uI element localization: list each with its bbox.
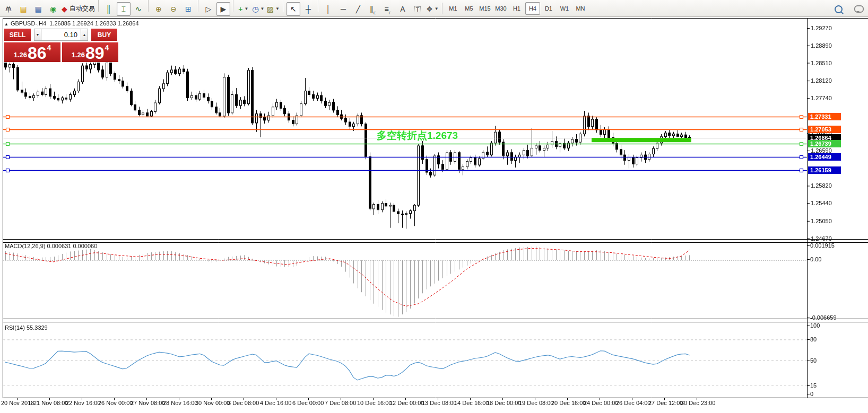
time-axis-label: 4 Dec 16:00 <box>260 400 291 406</box>
price-level-badge: 1.26739 <box>808 140 841 147</box>
buy-button[interactable]: BUY <box>91 29 117 41</box>
timeframe-button-m5[interactable]: M5 <box>462 2 476 15</box>
price-level-badge: 1.26449 <box>808 153 841 161</box>
price-axis-tick-label: 1.25440 <box>811 200 832 206</box>
price-level-badge: 1.27053 <box>808 126 841 133</box>
rsi-label: RSI(14) 55.3329 <box>5 324 48 331</box>
rsi-axis-label: 80 <box>810 336 817 342</box>
fibonacci-icon[interactable]: ≡F <box>381 2 395 16</box>
autotrading-button[interactable]: ◆自动交易 <box>61 2 96 16</box>
indicators-icon[interactable]: +▼ <box>237 2 250 16</box>
price-axis-tick-label: 1.29270 <box>811 25 832 31</box>
time-axis-label: 7 Dec 08:00 <box>325 400 356 406</box>
equidistant-channel-icon[interactable]: ∥E <box>366 2 380 16</box>
collapse-arrow-icon[interactable]: ▲ <box>4 22 8 27</box>
time-axis-label: 21 Nov 08:00 <box>33 400 68 406</box>
timeframe-button-h4[interactable]: H4 <box>525 2 540 15</box>
time-axis-label: 20 Dec 16:00 <box>551 400 586 406</box>
text-label-icon[interactable]: T <box>411 3 424 16</box>
timeframe-button-mn[interactable]: MN <box>573 2 588 15</box>
templates-icon[interactable]: ▨▼ <box>266 2 280 16</box>
sell-price-prefix: 1.26 <box>14 51 27 59</box>
price-axis-tick-label: 1.25820 <box>811 182 832 189</box>
rsi-axis-label: 50 <box>810 357 817 364</box>
chart-shift-icon[interactable]: ▶ <box>216 2 230 16</box>
pane-separator-rsi[interactable] <box>0 319 868 322</box>
line-chart-icon[interactable]: ∿ <box>132 2 145 16</box>
time-axis-label: 28 Nov 16:00 <box>163 400 197 406</box>
timeframe-button-m30[interactable]: M30 <box>493 2 508 15</box>
time-axis-label: 30 Nov 00:00 <box>195 400 230 406</box>
volume-up-stepper[interactable]: ▲ <box>81 29 88 41</box>
tile-windows-icon[interactable]: ⊞ <box>181 2 195 16</box>
chat-button[interactable] <box>846 2 864 16</box>
time-axis-label: 27 Dec 12:00 <box>648 400 683 406</box>
price-axis-tick-label: 1.28120 <box>811 77 832 84</box>
macd-signal-value: 0.000060 <box>73 243 97 249</box>
chat-icon <box>854 5 864 13</box>
market-watch-icon[interactable]: ◉ <box>46 2 60 16</box>
buy-price-box[interactable]: 1.26 89 4 <box>62 42 118 62</box>
one-click-trading-panel: SELL ▼ 0.10 ▲ BUY 1.26 86 4 1.26 89 4 <box>4 28 120 63</box>
time-axis-label: 26 Dec 04:00 <box>616 400 650 406</box>
zoom-out-icon[interactable]: ⊖ <box>167 2 180 16</box>
price-level-badge: 1.27331 <box>808 113 841 120</box>
toolbar-separator <box>98 0 99 12</box>
time-axis-label: 24 Dec 00:00 <box>584 400 618 406</box>
time-axis-label: 19 Dec 08:00 <box>519 400 553 406</box>
timeframe-button-w1[interactable]: W1 <box>557 2 572 15</box>
profiles-icon[interactable]: ▦ <box>31 2 45 16</box>
price-axis-tick-label: 1.28510 <box>811 60 832 66</box>
timeframe-button-d1[interactable]: D1 <box>541 2 556 15</box>
time-axis-label: 18 Dec 00:00 <box>487 400 521 406</box>
price-axis-tick-label: 1.28890 <box>811 42 832 49</box>
time-axis-label: 26 Nov 00:00 <box>98 400 133 406</box>
bar-chart-icon[interactable]: ║ <box>102 2 116 16</box>
zoom-in-icon[interactable]: ⊕ <box>152 2 166 16</box>
sell-button[interactable]: SELL <box>4 29 31 41</box>
new-chart-icon[interactable]: ▤ <box>16 2 30 16</box>
sell-price-box[interactable]: 1.26 86 4 <box>4 42 60 62</box>
buy-price-prefix: 1.26 <box>72 51 85 59</box>
horizontal-line-icon[interactable]: ─ <box>336 2 350 16</box>
pane-separator-macd[interactable] <box>0 239 868 242</box>
auto-scroll-icon[interactable]: ▷ <box>202 2 215 16</box>
sell-price-big: 86 <box>28 46 47 60</box>
timeframe-button-h1[interactable]: H1 <box>509 2 524 15</box>
cursor-icon[interactable]: ↖ <box>287 2 300 16</box>
text-icon[interactable]: A <box>396 2 410 16</box>
vertical-line-icon[interactable]: │ <box>322 2 335 16</box>
time-axis-label: 14 Dec 16:00 <box>454 400 489 406</box>
time-axis-label: 20 Nov 2018 <box>1 400 34 406</box>
toolbar-separator <box>198 0 199 12</box>
macd-axis-label: 0.00 <box>810 256 821 262</box>
toolbar-separator <box>283 0 284 12</box>
chart-canvas[interactable] <box>0 17 868 413</box>
crosshair-icon[interactable]: ┼ <box>301 2 315 16</box>
ohlc-values: 1.26885 1.26924 1.26833 1.26864 <box>49 20 138 27</box>
toolbar-separator <box>318 0 319 12</box>
time-axis-label: 10 Dec 16:00 <box>357 400 392 406</box>
sell-price-pip: 4 <box>47 43 51 52</box>
trendline-icon[interactable]: ╱ <box>351 2 365 16</box>
time-axis-label: 13 Dec 08:00 <box>422 400 456 406</box>
main-toolbar: 单▤▦◉◆自动交易║⌶∿⊕⊖⊞▷▶+▼◷▼▨▼↖┼│─╱∥E≡FAT❖▼ M1M… <box>0 0 868 17</box>
search-button[interactable] <box>831 2 845 16</box>
new-order-button[interactable]: 单 <box>2 3 15 16</box>
macd-main-value: 0.000631 <box>47 243 71 249</box>
periods-icon[interactable]: ◷▼ <box>251 2 265 16</box>
arrows-icon[interactable]: ❖▼ <box>426 2 439 16</box>
time-axis-label: 30 Dec 23:00 <box>681 400 715 406</box>
buy-price-pip: 4 <box>105 43 109 52</box>
toolbar-separator <box>148 0 149 12</box>
price-level-badge: 1.26159 <box>808 166 841 174</box>
candlestick-chart-icon[interactable]: ⌶ <box>117 2 131 16</box>
timeframe-button-m1[interactable]: M1 <box>446 2 461 15</box>
chart-window: ▲GBPUSD-,H4 1.26885 1.26924 1.26833 1.26… <box>0 17 868 413</box>
timeframe-button-m15[interactable]: M15 <box>478 2 492 15</box>
price-axis-tick-label: 1.25050 <box>811 218 832 224</box>
macd-label: MACD(12,26,9) 0.000631 0.000060 <box>5 243 97 249</box>
time-axis-label: 6 Dec 00:00 <box>292 400 324 406</box>
volume-down-stepper[interactable]: ▼ <box>34 29 41 41</box>
volume-input[interactable]: 0.10 <box>41 29 81 41</box>
